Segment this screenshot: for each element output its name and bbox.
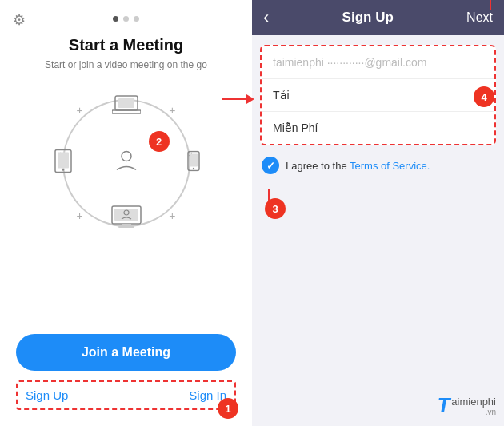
dot-2 <box>123 16 129 22</box>
watermark-t-letter: T <box>437 393 450 418</box>
svg-rect-12 <box>118 226 134 228</box>
watermark-text: aimienphi <box>451 396 496 408</box>
plus-br: + <box>169 209 175 222</box>
header-title: Sign Up <box>342 10 394 26</box>
plus-bl: + <box>77 209 83 222</box>
auth-row: Sign Up Sign In 1 <box>16 380 236 410</box>
main-subtitle: Start or join a video meeting on the go <box>45 59 207 70</box>
tablet-icon <box>54 149 72 177</box>
dot-3 <box>134 16 139 22</box>
svg-point-5 <box>62 169 63 170</box>
checkmark-icon: ✓ <box>266 160 275 172</box>
svg-rect-7 <box>190 154 198 167</box>
email-field[interactable]: taimienphi ············@gmail.com <box>262 46 494 79</box>
terms-text: I agree to the Terms of Service. <box>286 160 430 172</box>
main-title: Start a Meeting <box>69 36 183 54</box>
form-area: taimienphi ············@gmail.com Tải Mi… <box>260 45 496 145</box>
svg-rect-4 <box>58 153 69 169</box>
svg-rect-2 <box>118 98 134 108</box>
dot-1 <box>113 16 118 22</box>
page-dots <box>113 16 139 22</box>
signup-link[interactable]: Sign Up <box>26 388 68 402</box>
monitor-icon <box>110 205 142 233</box>
plus-tl: + <box>77 104 83 117</box>
right-panel: ‹ Sign Up Next taimienphi ············@g… <box>252 0 504 426</box>
svg-point-8 <box>192 168 194 169</box>
plus-tr: + <box>169 104 175 117</box>
first-name-field[interactable]: Tải <box>262 79 494 112</box>
svg-rect-11 <box>122 224 131 226</box>
illustration: + + + + + + <box>46 83 206 243</box>
next-button[interactable]: Next <box>466 10 493 25</box>
step-badge-4: 4 <box>474 86 494 107</box>
step-badge-2: 2 <box>149 131 170 152</box>
right-header: ‹ Sign Up Next <box>252 0 504 35</box>
badge-3-container: 3 <box>265 198 286 219</box>
last-name-field[interactable]: Miễn Phí <box>262 112 494 144</box>
gear-icon[interactable]: ⚙ <box>13 11 26 29</box>
step-badge-1: 1 <box>218 398 238 419</box>
terms-row: ✓ I agree to the Terms of Service. <box>252 145 504 185</box>
cross-panel-arrow <box>222 94 254 104</box>
watermark-vn: .vn <box>451 408 496 416</box>
terms-link[interactable]: Terms of Service. <box>350 160 430 172</box>
next-arrow-indicator <box>486 0 494 10</box>
laptop-icon <box>112 94 141 121</box>
bottom-section: Join a Meeting Sign Up Sign In 1 <box>16 334 236 410</box>
svg-point-14 <box>122 152 131 161</box>
join-meeting-button[interactable]: Join a Meeting <box>16 334 236 371</box>
center-person-icon <box>112 146 141 181</box>
terms-checkbox[interactable]: ✓ <box>262 157 279 174</box>
phone-icon <box>187 151 200 176</box>
watermark: T aimienphi .vn <box>437 393 496 418</box>
left-panel: ⚙ Start a Meeting Start or join a video … <box>0 0 252 426</box>
svg-rect-1 <box>112 110 141 113</box>
back-button[interactable]: ‹ <box>263 7 269 28</box>
step-badge-3: 3 <box>265 198 286 219</box>
